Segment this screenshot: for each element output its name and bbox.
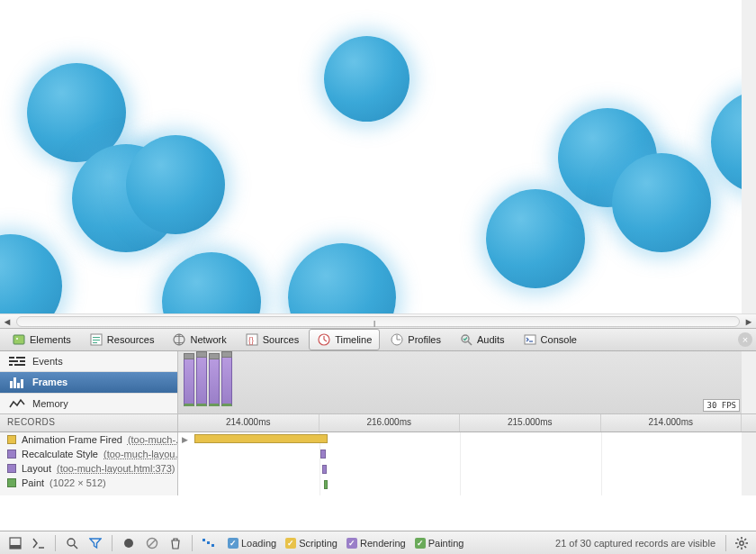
svg-line-16 bbox=[468, 341, 472, 345]
svg-line-47 bbox=[737, 546, 739, 548]
records-list: Animation Frame Fired (too-much-...Recal… bbox=[0, 432, 178, 495]
scroll-left-arrow-icon[interactable]: ◄ bbox=[0, 314, 14, 329]
svg-rect-30 bbox=[10, 545, 21, 549]
events-mode-icon bbox=[9, 355, 25, 368]
scrollbar-track[interactable] bbox=[16, 316, 740, 327]
timeline-mode-list: EventsFramesMemory bbox=[0, 351, 178, 413]
legend-checkbox[interactable]: ✓ bbox=[346, 538, 357, 549]
record-color-swatch bbox=[7, 464, 16, 473]
scroll-right-arrow-icon[interactable]: ► bbox=[742, 314, 756, 329]
record-color-swatch bbox=[7, 478, 16, 487]
timeline-gridline bbox=[601, 432, 602, 495]
tab-label: Sources bbox=[263, 334, 299, 345]
clear-button[interactable] bbox=[142, 534, 162, 552]
scrollbar-thumb-grip-icon[interactable] bbox=[374, 319, 382, 326]
sidebar-item-label: Memory bbox=[32, 398, 68, 409]
legend-item-scripting[interactable]: ✓Scripting bbox=[285, 538, 338, 549]
records-timeline[interactable]: ▶ bbox=[178, 432, 756, 495]
svg-rect-5 bbox=[93, 342, 97, 343]
garbage-collect-button[interactable] bbox=[166, 534, 185, 552]
fps-badge: 30 FPS bbox=[703, 399, 740, 412]
tab-audits[interactable]: Audits bbox=[451, 329, 513, 350]
frame-bar[interactable] bbox=[184, 358, 194, 406]
console-toggle-button[interactable] bbox=[29, 534, 49, 552]
tab-resources[interactable]: Resources bbox=[81, 329, 163, 350]
ball bbox=[612, 153, 711, 252]
records-body: Animation Frame Fired (too-much-...Recal… bbox=[0, 432, 756, 495]
record-row[interactable]: Paint (1022 × 512) bbox=[0, 476, 177, 490]
profiles-icon bbox=[390, 332, 404, 347]
tab-network[interactable]: Network bbox=[164, 329, 234, 350]
tab-profiles[interactable]: Profiles bbox=[382, 329, 449, 350]
tab-console[interactable]: Console bbox=[515, 329, 585, 350]
record-row[interactable]: Animation Frame Fired (too-much-... bbox=[0, 432, 177, 447]
search-button[interactable] bbox=[62, 534, 82, 552]
close-devtools-button[interactable]: × bbox=[738, 332, 752, 347]
frame-bar[interactable] bbox=[209, 358, 220, 406]
toolbar-separator bbox=[55, 535, 56, 551]
svg-rect-38 bbox=[207, 541, 210, 544]
toolbar-separator bbox=[192, 535, 193, 551]
legend-checkbox[interactable]: ✓ bbox=[285, 538, 296, 549]
svg-point-40 bbox=[740, 540, 743, 544]
record-row[interactable]: Layout (too-much-layout.html:373) bbox=[0, 461, 177, 476]
ball bbox=[711, 90, 756, 194]
record-button[interactable] bbox=[119, 534, 139, 552]
legend-checkbox[interactable]: ✓ bbox=[415, 538, 426, 549]
sidebar-item-label: Events bbox=[32, 356, 63, 367]
sidebar-item-frames[interactable]: Frames bbox=[0, 372, 177, 393]
legend-item-loading[interactable]: ✓Loading bbox=[228, 538, 276, 549]
toolbar-separator bbox=[725, 535, 726, 551]
svg-line-45 bbox=[737, 539, 739, 540]
record-color-swatch bbox=[7, 450, 16, 459]
horizontal-scrollbar[interactable]: ◄ ► bbox=[0, 313, 756, 328]
svg-text:{}: {} bbox=[248, 336, 254, 345]
record-timeline-bar[interactable] bbox=[194, 434, 328, 443]
tab-label: Elements bbox=[30, 334, 71, 345]
frame-bar[interactable] bbox=[221, 356, 232, 406]
record-timeline-bar[interactable] bbox=[322, 465, 327, 474]
frames-overview[interactable]: 30 FPS bbox=[178, 351, 756, 413]
timeline-gridline bbox=[460, 432, 461, 495]
record-detail: (1022 × 512) bbox=[50, 477, 106, 488]
sidebar-item-events[interactable]: Events bbox=[0, 351, 177, 372]
dock-button[interactable] bbox=[5, 534, 25, 552]
legend-checkbox[interactable]: ✓ bbox=[228, 538, 238, 549]
resources-icon bbox=[89, 332, 104, 347]
legend-item-rendering[interactable]: ✓Rendering bbox=[346, 538, 406, 549]
tab-timeline[interactable]: Timeline bbox=[309, 329, 380, 350]
time-column-header: 216.000ms bbox=[320, 414, 461, 431]
timeline-overview-row: EventsFramesMemory 30 FPS bbox=[0, 351, 756, 414]
sidebar-item-memory[interactable]: Memory bbox=[0, 394, 177, 413]
frame-bar[interactable] bbox=[196, 356, 207, 406]
filter-button[interactable] bbox=[86, 534, 105, 552]
status-text: 21 of 30 captured records are visible bbox=[555, 538, 719, 549]
record-row[interactable]: Recalculate Style (too-much-layou... bbox=[0, 447, 177, 461]
record-source-link[interactable]: (too-much-layout.html:373) bbox=[57, 463, 175, 474]
tab-sources[interactable]: {}Sources bbox=[237, 329, 307, 350]
elements-icon bbox=[12, 332, 26, 347]
record-source-link[interactable]: (too-much-... bbox=[128, 434, 178, 445]
toolbar-separator bbox=[112, 535, 112, 551]
record-timeline-bar[interactable] bbox=[324, 480, 328, 489]
frames-mode-icon bbox=[9, 376, 25, 388]
records-time-columns: 214.000ms216.000ms215.000ms214.000ms bbox=[178, 414, 756, 431]
svg-line-33 bbox=[74, 545, 77, 549]
tab-elements[interactable]: Elements bbox=[4, 329, 79, 350]
tab-label: Timeline bbox=[335, 334, 372, 345]
svg-point-34 bbox=[124, 539, 133, 548]
ball bbox=[324, 36, 410, 122]
legend-item-painting[interactable]: ✓Painting bbox=[415, 538, 464, 549]
devtools-tabbar: ElementsResourcesNetwork{}SourcesTimelin… bbox=[0, 328, 756, 351]
records-header-label: RECORDS bbox=[0, 414, 178, 431]
sidebar-item-label: Frames bbox=[32, 377, 68, 387]
record-name: Paint bbox=[22, 477, 44, 488]
ball bbox=[486, 189, 585, 288]
glue-async-button[interactable] bbox=[199, 534, 219, 552]
svg-rect-17 bbox=[525, 335, 536, 344]
settings-gear-icon[interactable] bbox=[733, 534, 751, 552]
record-timeline-bar[interactable] bbox=[320, 450, 326, 459]
record-source-link[interactable]: (too-much-layou... bbox=[104, 449, 178, 459]
svg-rect-25 bbox=[10, 381, 13, 388]
expand-triangle-icon[interactable]: ▶ bbox=[182, 435, 188, 444]
